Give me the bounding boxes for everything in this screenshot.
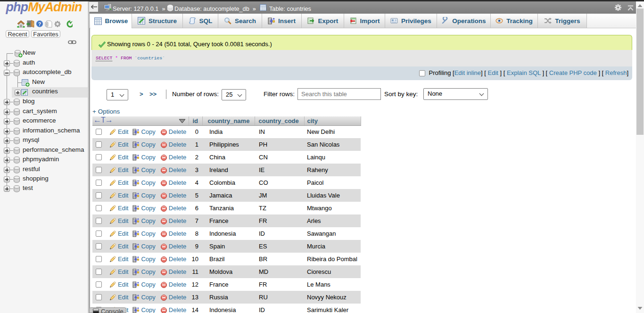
svg-text:?: ? <box>38 21 41 27</box>
